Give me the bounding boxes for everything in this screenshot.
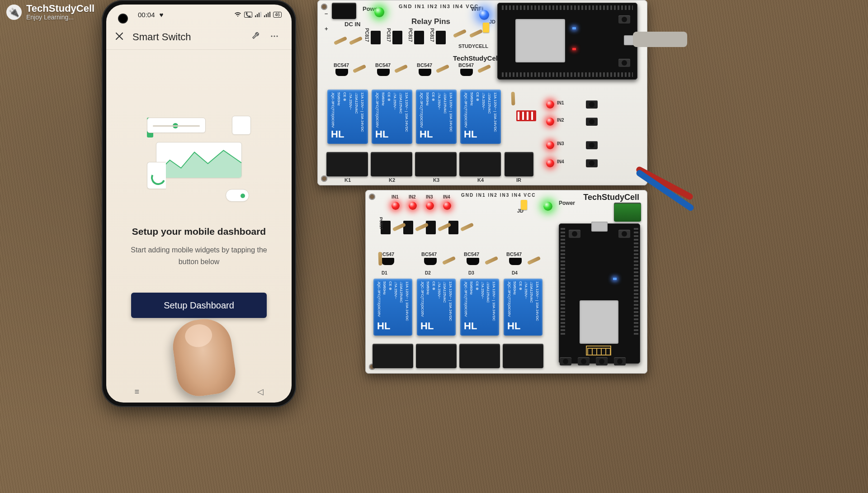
resistor bbox=[353, 64, 367, 73]
close-button[interactable] bbox=[114, 31, 132, 43]
tactile-button-b2[interactable] bbox=[578, 357, 590, 365]
relay-b2: 12A 120V~ | 10A 24VDC ↓10A125VAC ↓7A 250… bbox=[417, 279, 456, 336]
svg-rect-6 bbox=[268, 13, 269, 17]
wifi-icon bbox=[234, 12, 241, 17]
silk-pc: PC817 bbox=[379, 217, 383, 230]
silk-bcb4: BC547 bbox=[506, 251, 522, 257]
opto-1 bbox=[371, 31, 381, 44]
opto-b4 bbox=[448, 221, 458, 234]
tactile-button-in3[interactable] bbox=[586, 141, 598, 149]
resistor bbox=[334, 36, 348, 45]
channel-title: TechStudyCell bbox=[26, 4, 94, 14]
esp32-devkit bbox=[497, 3, 637, 80]
setup-dashboard-button[interactable]: Setup Dashboard bbox=[131, 293, 267, 318]
silk-k3: K3 bbox=[433, 177, 439, 183]
transistor bbox=[382, 258, 394, 265]
silk-in2b: IN2 bbox=[409, 194, 416, 199]
silk-pc817-4: PC817 bbox=[429, 28, 434, 42]
silk-in3b: IN3 bbox=[426, 194, 433, 199]
empty-headline: Setup your mobile dashboard bbox=[132, 226, 266, 237]
silk-pc817-2: PC817 bbox=[386, 28, 391, 42]
silk-d3: D3 bbox=[468, 270, 474, 275]
tactile-button-b1[interactable] bbox=[560, 357, 571, 365]
svg-point-8 bbox=[271, 35, 272, 37]
relay-b3: 12A 120V~ | 10A 24VDC ↓10A125VAC ↓7A 250… bbox=[460, 279, 499, 336]
silk-bcb2: BC547 bbox=[421, 251, 437, 257]
in4-led-red bbox=[546, 159, 554, 167]
in4-led-b bbox=[443, 202, 451, 210]
screw-terminal-ir[interactable] bbox=[505, 152, 533, 176]
silk-power2: Power bbox=[559, 200, 575, 206]
dashboard-illustration-icon bbox=[147, 118, 251, 199]
nodemcu-flash-button[interactable] bbox=[569, 230, 580, 238]
transistor bbox=[467, 258, 479, 265]
silk-ir: IR bbox=[516, 177, 521, 183]
dc-in-terminal[interactable] bbox=[614, 203, 641, 222]
tactile-button-b3[interactable] bbox=[596, 357, 608, 365]
screw-terminal-1[interactable] bbox=[326, 152, 368, 176]
screw-terminal-4[interactable] bbox=[459, 152, 501, 176]
nodemcu-led-blue bbox=[613, 278, 617, 280]
esp32-led-blue bbox=[572, 27, 576, 29]
nodemcu-rst-button[interactable] bbox=[618, 230, 630, 238]
in3-led-b bbox=[426, 202, 434, 210]
silk-jd: JD bbox=[489, 19, 495, 24]
resistor bbox=[442, 256, 456, 265]
screw-terminal-3[interactable] bbox=[415, 152, 457, 176]
power-led-b bbox=[543, 202, 552, 211]
settings-wrench-button[interactable] bbox=[247, 31, 265, 43]
screw-terminal-2[interactable] bbox=[371, 152, 412, 176]
wifi-led-blue bbox=[479, 10, 489, 20]
screw-terminal-b3[interactable] bbox=[459, 344, 500, 368]
silk-d4: D4 bbox=[512, 270, 518, 275]
resistor bbox=[453, 29, 467, 38]
silk-d1: D1 bbox=[382, 270, 387, 275]
board2-brand: TechStudyCell bbox=[583, 193, 639, 202]
heart-icon: ♥ bbox=[160, 11, 164, 19]
more-options-button[interactable] bbox=[265, 31, 283, 43]
silk-pc817-3: PC817 bbox=[408, 28, 413, 42]
silk-in3: IN3 bbox=[557, 141, 564, 146]
silk-dc-in: DC IN bbox=[344, 21, 360, 28]
esp8266-shield-icon bbox=[580, 300, 618, 344]
silk-in1b: IN1 bbox=[392, 194, 399, 199]
power-led-green bbox=[374, 7, 384, 17]
resistor bbox=[527, 256, 541, 265]
opto-3 bbox=[414, 31, 424, 44]
silk-in4b: IN4 bbox=[443, 194, 450, 199]
relay-3: 12A 120V~ | 10A 24VDC ↓10A125VAC ↓7A 250… bbox=[416, 90, 457, 144]
nav-back-icon[interactable]: ◁ bbox=[257, 387, 264, 397]
dc-barrel-jack[interactable] bbox=[332, 3, 356, 19]
silk-bc1: BC547 bbox=[334, 62, 349, 68]
jd-jumper-b[interactable] bbox=[521, 200, 527, 210]
in1-led-b bbox=[392, 202, 400, 210]
screw-terminal-b1[interactable] bbox=[373, 344, 413, 368]
transistor bbox=[509, 258, 522, 265]
tactile-button-in2[interactable] bbox=[586, 118, 598, 126]
nodemcu-usb-port[interactable] bbox=[591, 222, 608, 232]
silk-plus: + bbox=[325, 25, 328, 32]
relay-board-esp32: – + DC-M DC IN Power GND IN1 IN2 IN3 IN4… bbox=[317, 0, 647, 185]
esp32-boot-button[interactable] bbox=[618, 59, 630, 67]
svg-point-10 bbox=[276, 35, 278, 37]
channel-logo-icon: 🔌 bbox=[6, 5, 22, 20]
silk-bc4: BC547 bbox=[458, 62, 474, 68]
silk-gnd-row: GND IN1 IN2 IN3 IN4 VCC bbox=[399, 4, 479, 9]
silk-in2: IN2 bbox=[557, 118, 564, 123]
nav-recent-icon[interactable]: ≡ bbox=[134, 387, 139, 397]
opto-b3 bbox=[426, 221, 436, 234]
jd-jumper[interactable] bbox=[483, 23, 489, 33]
resistor bbox=[394, 64, 408, 73]
tactile-button-in4[interactable] bbox=[586, 159, 598, 167]
relay-b4: 12A 120V~ | 10A 24VDC ↓10A125VAC ↓7A 250… bbox=[504, 279, 542, 336]
silk-bcb3: BC547 bbox=[464, 251, 479, 257]
silk-k4: K4 bbox=[477, 177, 484, 183]
screw-terminal-b2[interactable] bbox=[416, 344, 457, 368]
resistor bbox=[511, 92, 515, 105]
dip-switch[interactable] bbox=[516, 110, 536, 121]
screw-terminal-b4[interactable] bbox=[503, 344, 543, 368]
page-title: Smart Switch bbox=[132, 31, 247, 43]
esp32-en-button[interactable] bbox=[618, 15, 630, 24]
tactile-button-in1[interactable] bbox=[586, 100, 598, 109]
tactile-button-b4[interactable] bbox=[614, 357, 626, 365]
